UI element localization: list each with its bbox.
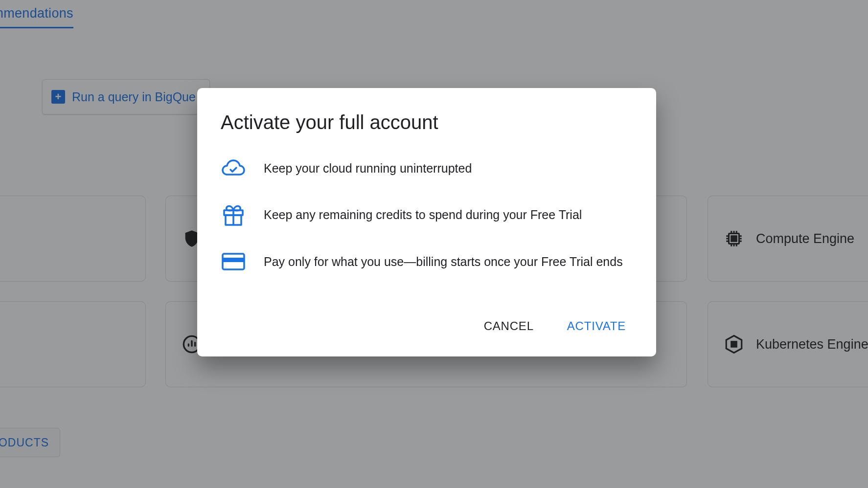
benefit-row: Keep your cloud running uninterrupted bbox=[221, 159, 633, 177]
benefit-row: Keep any remaining credits to spend duri… bbox=[221, 202, 633, 227]
dialog-title: Activate your full account bbox=[221, 111, 633, 133]
benefit-text: Keep your cloud running uninterrupted bbox=[264, 160, 472, 177]
benefit-text: Keep any remaining credits to spend duri… bbox=[264, 206, 582, 223]
button-label: ACTIVATE bbox=[567, 319, 626, 333]
benefit-text: Pay only for what you use—billing starts… bbox=[264, 253, 623, 270]
activate-button[interactable]: ACTIVATE bbox=[565, 315, 628, 337]
gift-icon bbox=[221, 202, 246, 227]
svg-rect-9 bbox=[223, 258, 244, 262]
activate-account-dialog: Activate your full account Keep your clo… bbox=[197, 88, 656, 356]
benefit-row: Pay only for what you use—billing starts… bbox=[221, 252, 633, 271]
button-label: CANCEL bbox=[484, 319, 534, 333]
credit-card-icon bbox=[221, 252, 246, 271]
dialog-actions: CANCEL ACTIVATE bbox=[221, 315, 633, 337]
cancel-button[interactable]: CANCEL bbox=[482, 315, 536, 337]
cloud-check-icon bbox=[221, 159, 246, 177]
